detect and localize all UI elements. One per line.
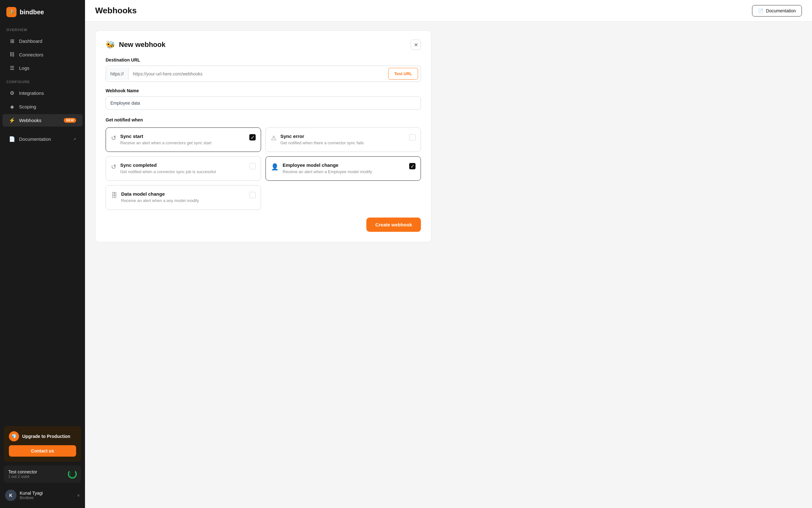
page-content: 🐝 New webhook ✕ Destination URL https://… [85,22,812,508]
connector-usage: 1 out 2 used [8,474,37,479]
main-content: Webhooks 📄 Documentation 🐝 New webhook ✕… [85,0,812,508]
chevron-down-icon: ∨ [77,493,80,498]
sidebar-item-label: Logs [19,65,76,71]
sidebar-item-documentation[interactable]: 📄 Documentation ↗ [3,133,82,145]
logo-text: bindbee [20,8,44,16]
option-checkbox-sync-error[interactable] [409,134,415,140]
option-title: Data model change [121,191,245,197]
create-btn-row: Create webhook [106,217,421,232]
user-name: Kunal Tyagi [20,491,43,496]
webhook-form-title: New webhook [119,41,166,49]
option-checkbox-sync-completed[interactable] [249,163,256,169]
sync-error-icon: ⚠ [271,134,277,142]
upgrade-icon: 💎 [9,431,19,441]
avatar: K [5,490,16,501]
sidebar-item-webhooks[interactable]: ⚡ Webhooks NEW [3,114,82,127]
option-desc: Get notified when a connector sync job i… [120,169,245,175]
dashboard-icon: ⊞ [9,38,15,44]
option-title: Employee model change [283,162,405,168]
documentation-button[interactable]: 📄 Documentation [752,5,802,16]
option-title: Sync error [280,133,405,139]
close-button[interactable]: ✕ [411,40,421,50]
option-checkbox-employee-model-change[interactable]: ✓ [409,163,415,169]
upgrade-card: 💎 Upgrade to Production Contact us [4,426,81,462]
logo-icon: 🐝 [6,7,16,17]
overview-section-label: OVERVIEW [0,23,85,34]
external-link-icon: ↗ [73,137,76,141]
sidebar-item-dashboard[interactable]: ⊞ Dashboard [3,35,82,47]
card-title-row: 🐝 New webhook [106,40,166,49]
sync-start-icon: ↺ [111,134,116,142]
option-content: Employee model change Receive an alert w… [283,162,405,175]
option-checkbox-sync-start[interactable]: ✓ [249,134,256,140]
create-webhook-button[interactable]: Create webhook [366,217,421,232]
option-content: Sync start Receive an alert when a conne… [120,133,245,146]
employee-model-icon: 👤 [271,163,279,171]
sidebar-item-label: Documentation [19,136,69,142]
sidebar-item-label: Dashboard [19,38,76,44]
new-badge: NEW [64,118,76,123]
configure-section-label: CONFIGURE [0,75,85,86]
option-content: Data model change Receive an alert when … [121,191,245,204]
destination-url-label: Destination URL [106,57,421,62]
data-model-icon: 🗄 [111,192,117,199]
integrations-icon: ⚙ [9,90,15,96]
option-desc: Receive an alert when a any model modify [121,198,245,204]
option-sync-start[interactable]: ↺ Sync start Receive an alert when a con… [106,127,261,152]
option-desc: Receive an alert when a Employee model m… [283,169,405,175]
option-data-model-change[interactable]: 🗄 Data model change Receive an alert whe… [106,185,261,210]
option-desc: Get notified when there a connector sync… [280,140,405,146]
option-sync-completed[interactable]: ↺ Sync completed Get notified when a con… [106,156,261,181]
option-content: Sync completed Get notified when a conne… [120,162,245,175]
option-checkbox-data-model-change[interactable] [249,192,256,198]
option-desc: Receive an alert when a connectors get s… [120,140,245,146]
webhook-form-card: 🐝 New webhook ✕ Destination URL https://… [95,31,432,242]
sidebar-item-label: Scoping [19,104,76,110]
topbar: Webhooks 📄 Documentation [85,0,812,22]
sync-completed-icon: ↺ [111,163,116,171]
sidebar-item-label: Webhooks [19,118,60,123]
webhook-name-label: Webhook Name [106,88,421,93]
sidebar-bottom: 💎 Upgrade to Production Contact us Test … [0,422,85,508]
doc-btn-label: Documentation [766,8,796,13]
close-icon: ✕ [414,42,418,48]
logs-icon: ☰ [9,65,15,71]
logo: 🐝 bindbee [0,0,85,23]
sidebar-item-label: Connectors [19,52,76,57]
upgrade-title: Upgrade to Production [22,433,71,439]
user-profile[interactable]: K Kunal Tyagi Bindbee ∨ [4,486,81,504]
card-header: 🐝 New webhook ✕ [106,40,421,50]
status-indicator-icon [68,470,77,478]
webhook-form-icon: 🐝 [106,40,115,49]
connector-status: Test connector 1 out 2 used [4,466,81,482]
webhooks-icon: ⚡ [9,117,15,123]
contact-us-button[interactable]: Contact us [9,445,76,457]
option-employee-model-change[interactable]: 👤 Employee model change Receive an alert… [266,156,421,181]
url-prefix: https:// [106,68,128,80]
test-url-button[interactable]: Test URL [388,68,418,80]
upgrade-header: 💎 Upgrade to Production [9,431,76,441]
connector-name: Test connector [8,469,37,474]
options-grid: ↺ Sync start Receive an alert when a con… [106,127,421,181]
user-info: Kunal Tyagi Bindbee [20,491,43,500]
option-title: Sync completed [120,162,245,168]
url-input[interactable] [128,68,386,80]
option-content: Sync error Get notified when there a con… [280,133,405,146]
sidebar-item-logs[interactable]: ☰ Logs [3,62,82,74]
sidebar: 🐝 bindbee OVERVIEW ⊞ Dashboard ⛓ Connect… [0,0,85,508]
notify-label: Get notified when [106,117,421,122]
user-company: Bindbee [20,496,43,500]
url-input-row: https:// Test URL [106,66,421,82]
doc-btn-icon: 📄 [758,8,764,13]
scoping-icon: ◈ [9,104,15,110]
sidebar-item-integrations[interactable]: ⚙ Integrations [3,87,82,99]
option-title: Sync start [120,133,245,139]
connectors-icon: ⛓ [9,52,15,57]
sidebar-item-label: Integrations [19,90,76,96]
documentation-icon: 📄 [9,136,15,142]
sidebar-item-connectors[interactable]: ⛓ Connectors [3,48,82,60]
webhook-name-input[interactable] [106,96,421,110]
option-sync-error[interactable]: ⚠ Sync error Get notified when there a c… [266,127,421,152]
sidebar-item-scoping[interactable]: ◈ Scoping [3,100,82,113]
connector-status-text: Test connector 1 out 2 used [8,469,37,479]
